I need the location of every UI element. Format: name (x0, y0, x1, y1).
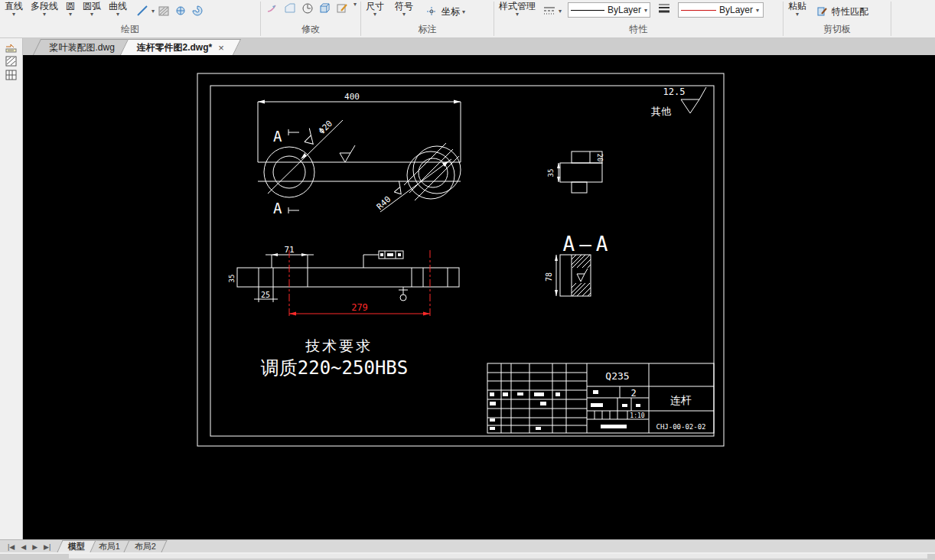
drawing-svg: 12.5 其他 400 (23, 55, 935, 539)
region-icon[interactable] (173, 3, 188, 18)
tech-req-title: 技术要求 (305, 337, 373, 354)
front-dim-25: 25 (261, 291, 270, 299)
tab-layout2[interactable]: 布局2 (123, 540, 167, 552)
donut-icon[interactable] (190, 3, 205, 18)
properties-group-label: 特性 (499, 23, 778, 37)
clipboard-group-label: 剪切板 (788, 23, 886, 37)
paste-button[interactable]: 粘贴▾ (788, 1, 806, 18)
style-manager-label: 样式管理 (499, 1, 536, 11)
file-tab-current-label: 连杆零件图2.dwg* (137, 41, 213, 54)
technical-requirements: 技术要求 调质220~250HBS (261, 337, 409, 379)
hatch-palette-icon[interactable] (5, 55, 18, 67)
chevron-down-icon[interactable]: ▾ (151, 8, 155, 15)
edit-hatch-icon[interactable] (336, 1, 350, 16)
chevron-down-icon[interactable]: ▾ (516, 11, 519, 18)
ribbon-group-draw: 直线▾ 多段线▾ 圆▾ 圆弧▾ 曲线▾ ▾ 绘图 (0, 0, 260, 37)
chevron-down-icon[interactable]: ▾ (796, 11, 799, 18)
surface-roughness-note: 12.5 其他 (651, 86, 706, 117)
title-block-material: Q235 (605, 370, 629, 382)
cad-application-window: 直线▾ 多段线▾ 圆▾ 圆弧▾ 曲线▾ ▾ 绘图 (0, 0, 935, 560)
chevron-down-icon[interactable]: ▾ (402, 11, 406, 18)
paste-label: 粘贴 (788, 1, 806, 11)
hatch-icon[interactable] (156, 3, 171, 18)
file-tab-bar: 桨叶装配图.dwg 连杆零件图2.dwg*× (23, 38, 935, 55)
linetype-value: ByLayer (608, 5, 641, 15)
bar-roughness-icon (340, 145, 355, 162)
file-tab-assembly[interactable]: 桨叶装配图.dwg (33, 39, 132, 55)
chevron-down-icon[interactable]: ▾ (43, 11, 46, 18)
radius-dim-label: R40 (375, 194, 393, 212)
horizontal-scrollbar[interactable] (0, 554, 935, 560)
stretch-icon[interactable] (266, 1, 279, 16)
coordinate-button[interactable]: 坐标 ▾ (424, 4, 465, 19)
side-depth-dim: 20 (596, 154, 604, 162)
symbol-button[interactable]: 符号▾ (395, 1, 413, 18)
match-properties-brush-icon (814, 4, 829, 19)
grid-palette-icon[interactable] (5, 69, 18, 80)
lineweight-icon[interactable] (656, 1, 672, 16)
color-sample-line (681, 10, 716, 11)
chevron-down-icon[interactable]: ▾ (69, 11, 72, 18)
chamfer-icon[interactable] (283, 1, 297, 16)
curve-tool-button[interactable]: 曲线▾ (109, 1, 127, 18)
drawing-canvas[interactable]: 12.5 其他 400 (23, 55, 935, 539)
close-icon[interactable]: × (219, 42, 225, 54)
file-tab-current[interactable]: 连杆零件图2.dwg*× (120, 39, 242, 55)
coordinate-crosshair-icon (424, 4, 439, 19)
arc-tool-label: 圆弧 (83, 1, 101, 11)
section-mark-top: A (273, 128, 282, 145)
tab-model[interactable]: 模型 (57, 540, 96, 552)
dimension-label: 尺寸 (366, 1, 384, 11)
document-column: 桨叶装配图.dwg 连杆零件图2.dwg*× 12.5 其他 (23, 38, 935, 539)
line-tool-label: 直线 (5, 1, 23, 11)
color-combo[interactable]: ByLayer ▾ (678, 2, 764, 18)
layout-tab-bar: |◀ ◀ ▶ ▶| 模型 布局1 布局2 (0, 539, 935, 552)
chevron-down-icon[interactable]: ▾ (373, 11, 376, 18)
ribbon-filler (891, 0, 935, 37)
linetype-lines-icon[interactable] (542, 3, 557, 18)
ribbon-group-modify: ▾ 修改 (261, 0, 360, 37)
length-dim-400: 400 (344, 92, 360, 102)
chevron-down-icon[interactable]: ▾ (559, 8, 562, 15)
linetype-combo[interactable]: ByLayer ▾ (568, 2, 650, 18)
copy-3d-icon[interactable] (318, 1, 332, 16)
match-properties-button[interactable]: 特性匹配 (814, 4, 868, 19)
construction-line-icon[interactable] (135, 3, 150, 18)
side-toolbar (0, 38, 23, 539)
dimension-button[interactable]: 尺寸▾ (366, 1, 384, 18)
chevron-down-icon[interactable]: ▾ (644, 7, 647, 14)
arc-tool-button[interactable]: 圆弧▾ (83, 1, 101, 18)
polyline-tool-button[interactable]: 多段线▾ (31, 1, 58, 18)
front-dim-279: 279 (351, 302, 368, 313)
chevron-down-icon[interactable]: ▾ (756, 7, 759, 14)
leader-roughness-icon (300, 129, 319, 148)
circle-tool-label: 圆 (66, 1, 75, 11)
ribbon-group-properties: 样式管理▾ ▾ ByLayer ▾ ByLayer ▾ 特性 (494, 0, 783, 37)
hole-dim-label: Φ20 (317, 119, 334, 136)
chevron-down-icon[interactable]: ▾ (353, 1, 357, 8)
title-block: Q235 2 1:10 连杆 CHJ-00-02-02 (487, 363, 714, 433)
annotation-palette-icon[interactable] (5, 41, 18, 53)
chevron-down-icon[interactable]: ▾ (12, 11, 15, 18)
coordinate-label: 坐标 (441, 5, 460, 18)
front-view: 35 71 25 279 (228, 245, 459, 316)
nav-next-icon[interactable]: ▶ (32, 543, 37, 551)
tab-layout2-label: 布局2 (134, 541, 155, 552)
nav-prev-icon[interactable]: ◀ (21, 543, 26, 551)
side-width-dim: 35 (547, 169, 555, 177)
section-mark-bottom: A (273, 200, 282, 217)
chevron-down-icon[interactable]: ▾ (462, 8, 465, 15)
scrollbar-thumb[interactable] (69, 554, 927, 558)
nav-first-icon[interactable]: |◀ (8, 543, 15, 551)
section-view: A—A 78 (545, 233, 612, 296)
modify-group-label: 修改 (266, 23, 356, 37)
rotate-icon[interactable] (301, 1, 314, 16)
chevron-down-icon[interactable]: ▾ (116, 11, 119, 18)
nav-last-icon[interactable]: ▶| (44, 543, 50, 551)
line-tool-button[interactable]: 直线▾ (5, 1, 23, 18)
ribbon-group-annotate: 尺寸▾ 符号▾ 坐标 ▾ 标注 (361, 0, 494, 37)
chevron-down-icon[interactable]: ▾ (90, 11, 93, 18)
annotate-group-label: 标注 (366, 23, 489, 37)
circle-tool-button[interactable]: 圆▾ (66, 1, 75, 18)
style-manager-button[interactable]: 样式管理▾ (499, 1, 536, 18)
